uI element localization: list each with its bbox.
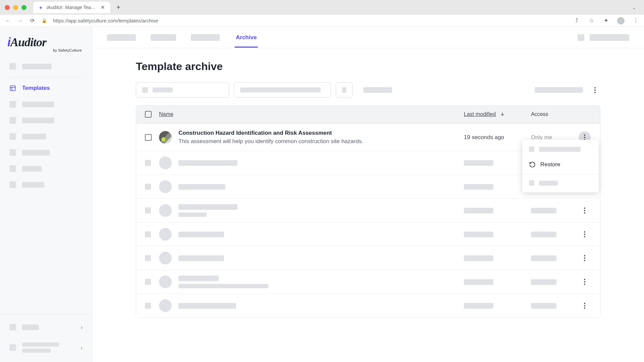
sidebar-item-placeholder[interactable] <box>0 144 92 161</box>
browser-menu-icon[interactable]: ⋮ <box>632 17 639 24</box>
nav-forward-icon[interactable]: → <box>17 17 23 24</box>
window-minimize-icon[interactable] <box>13 5 18 10</box>
templates-table: Name Last modified Access Const <box>136 105 600 318</box>
placeholder-avatar <box>159 157 172 169</box>
col-access[interactable]: Access <box>531 111 578 117</box>
placeholder-bar <box>539 181 558 186</box>
table-row[interactable]: Construction Hazard Identification and R… <box>136 123 600 151</box>
window-close-icon[interactable] <box>5 5 10 10</box>
table-row[interactable] <box>136 246 600 270</box>
row-more-button[interactable] <box>579 300 591 312</box>
placeholder-bar <box>531 303 556 309</box>
row-more-button[interactable] <box>579 204 591 217</box>
brand-name: iAuditor <box>7 36 85 48</box>
filters-row <box>136 82 600 98</box>
placeholder-bar <box>178 184 225 190</box>
sidebar-item-templates[interactable]: Templates <box>0 80 92 96</box>
restore-icon <box>529 161 536 168</box>
placeholder-icon[interactable] <box>578 34 584 41</box>
col-last-modified[interactable]: Last modified <box>464 111 531 118</box>
table-row[interactable] <box>136 222 600 246</box>
nav-back-icon[interactable]: ← <box>5 17 11 24</box>
placeholder-bar <box>464 208 493 214</box>
tab-placeholder[interactable] <box>107 34 136 41</box>
placeholder-bar <box>531 279 556 285</box>
sidebar-item-placeholder[interactable] <box>0 58 92 74</box>
tab-close-icon[interactable]: ✕ <box>100 4 106 10</box>
filter-search[interactable] <box>136 82 229 98</box>
placeholder-icon <box>145 184 151 190</box>
chevron-right-icon: › <box>81 324 83 330</box>
placeholder-avatar <box>159 252 172 264</box>
table-row[interactable] <box>136 270 600 294</box>
tab-title: iAuditor: Manage Teams and In <box>47 5 97 10</box>
placeholder-bar <box>464 232 493 237</box>
placeholder-bar <box>22 134 46 139</box>
sidebar-item-placeholder[interactable] <box>0 96 92 112</box>
browser-tab[interactable]: ◈ iAuditor: Manage Teams and In ✕ <box>33 2 110 13</box>
tab-placeholder[interactable] <box>191 34 220 41</box>
col-name[interactable]: Name <box>159 111 464 117</box>
table-header: Name Last modified Access <box>136 106 600 123</box>
bookmark-icon[interactable]: ☆ <box>588 17 595 24</box>
address-bar[interactable]: https://app.safetyculture.com/templates/… <box>53 18 566 23</box>
extensions-icon[interactable]: ✦ <box>602 17 610 24</box>
placeholder-icon <box>9 181 16 188</box>
chevron-right-icon: › <box>81 345 83 351</box>
select-all-checkbox[interactable] <box>145 111 152 118</box>
sidebar-item-placeholder[interactable] <box>0 161 92 177</box>
placeholder-bar <box>539 147 581 152</box>
placeholder-icon <box>145 207 151 214</box>
menu-item-placeholder[interactable] <box>522 176 599 190</box>
placeholder-avatar <box>159 276 172 288</box>
filter-dropdown[interactable] <box>234 82 331 98</box>
col-last-modified-label: Last modified <box>464 111 496 117</box>
placeholder-icon <box>9 63 16 70</box>
table-row[interactable] <box>136 294 600 317</box>
row-checkbox[interactable] <box>145 134 152 141</box>
row-more-button[interactable] <box>579 252 591 264</box>
nav-reload-icon[interactable]: ⟳ <box>29 17 36 24</box>
window-controls[interactable] <box>5 5 26 10</box>
placeholder-bar <box>531 208 556 214</box>
table-row[interactable] <box>136 198 600 222</box>
row-text: Construction Hazard Identification and R… <box>178 129 464 145</box>
sidebar-item-placeholder[interactable] <box>0 128 92 144</box>
tab-placeholder[interactable] <box>151 34 176 41</box>
row-more-button[interactable] <box>579 276 591 288</box>
sidebar-bottom-item[interactable]: › <box>0 337 92 359</box>
filter-more-button[interactable] <box>590 85 600 96</box>
placeholder-bar[interactable] <box>535 87 583 93</box>
placeholder-bar <box>531 255 556 261</box>
filter-square[interactable] <box>336 82 353 98</box>
window-zoom-icon[interactable] <box>21 5 26 10</box>
new-tab-button[interactable]: + <box>114 2 123 13</box>
row-more-button[interactable] <box>579 228 591 240</box>
menu-item-label: Restore <box>540 161 560 168</box>
template-avatar <box>159 131 172 144</box>
placeholder-bar[interactable] <box>363 87 392 93</box>
sidebar-bottom-item[interactable]: › <box>0 318 92 337</box>
share-icon[interactable]: ⤴ <box>573 17 580 24</box>
sidebar-item-placeholder[interactable] <box>0 177 92 193</box>
templates-icon <box>9 85 16 92</box>
placeholder-bar <box>464 279 493 285</box>
sidebar-divider <box>9 77 83 77</box>
row-modified: 19 seconds ago <box>464 134 531 141</box>
menu-item-placeholder[interactable] <box>522 142 599 157</box>
menu-divider <box>522 174 599 174</box>
lock-icon[interactable]: 🔒 <box>41 17 48 24</box>
placeholder-bar <box>464 160 493 166</box>
placeholder-bar[interactable] <box>590 34 629 41</box>
placeholder-bar <box>178 213 207 217</box>
menu-item-restore[interactable]: Restore <box>522 157 599 173</box>
placeholder-bar <box>22 166 42 172</box>
placeholder-bar <box>178 303 236 309</box>
sidebar-item-placeholder[interactable] <box>0 112 92 128</box>
placeholder-bar <box>464 184 493 190</box>
sidebar-bottom: › › <box>0 314 92 362</box>
profile-avatar-icon[interactable] <box>617 17 625 24</box>
tab-archive[interactable]: Archive <box>234 28 258 47</box>
sidebar-item-label: Templates <box>22 85 50 92</box>
tabs-overflow-icon[interactable]: ⌄ <box>629 4 639 11</box>
